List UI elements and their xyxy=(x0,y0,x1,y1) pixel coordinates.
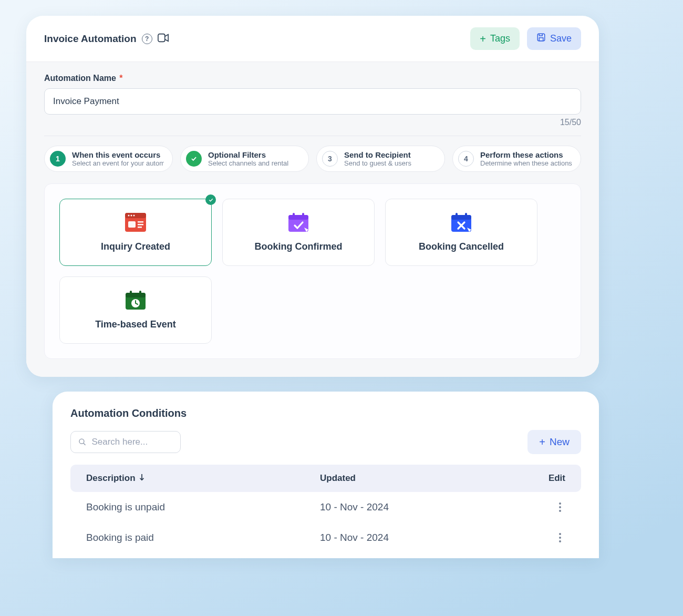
automation-conditions-card: Automation Conditions + New Description … xyxy=(53,392,599,558)
col-edit: Edit xyxy=(534,473,565,484)
search-icon xyxy=(78,437,86,447)
search-input[interactable] xyxy=(91,437,173,447)
row-menu-icon[interactable] xyxy=(555,533,565,542)
calendar-x-icon xyxy=(451,213,472,232)
svg-rect-9 xyxy=(138,221,143,223)
conditions-title: Automation Conditions xyxy=(70,407,581,419)
step-event[interactable]: 1 When this event occurs Select an event… xyxy=(44,146,173,172)
step-subtitle: Select an event for your automatic xyxy=(72,159,164,167)
step-subtitle: Determine when these actions will fi xyxy=(480,159,572,167)
step-filters[interactable]: Optional Filters Select channels and ren… xyxy=(180,146,309,172)
plus-icon: + xyxy=(480,34,486,44)
row-menu-icon[interactable] xyxy=(555,502,565,512)
svg-rect-0 xyxy=(158,34,165,42)
conditions-table-header: Description Updated Edit xyxy=(70,465,581,492)
step-title: Perform these actions xyxy=(480,150,572,159)
events-panel: Inquiry Created Booking Confirmed Bookin… xyxy=(44,183,581,359)
svg-rect-2 xyxy=(539,38,543,41)
topbar-actions: + Tags Save xyxy=(470,27,581,50)
col-description[interactable]: Description xyxy=(86,473,320,484)
calendar-clock-icon xyxy=(125,291,146,310)
svg-rect-24 xyxy=(130,291,132,295)
table-row: Booking is paid 10 - Nov - 2024 xyxy=(70,522,581,553)
page-title: Invoice Automation xyxy=(44,33,137,45)
svg-rect-18 xyxy=(451,215,471,220)
new-condition-button[interactable]: + New xyxy=(527,430,581,454)
svg-rect-23 xyxy=(126,293,146,297)
step-subtitle: Select channels and rental xyxy=(208,159,288,167)
svg-rect-13 xyxy=(288,215,308,220)
step-subtitle: Send to guest & users xyxy=(344,159,411,167)
step-check-icon xyxy=(186,151,202,167)
row-updated: 10 - Nov - 2024 xyxy=(320,501,534,513)
automation-editor-card: Invoice Automation ? + Tags Save Automat… xyxy=(26,16,599,377)
events-grid: Inquiry Created Booking Confirmed Bookin… xyxy=(59,199,566,344)
svg-rect-14 xyxy=(293,213,295,217)
tags-button[interactable]: + Tags xyxy=(470,27,520,50)
svg-point-27 xyxy=(79,439,84,444)
save-icon xyxy=(536,33,546,45)
wizard-steps: 1 When this event occurs Select an event… xyxy=(44,136,581,172)
save-button[interactable]: Save xyxy=(527,27,581,50)
calendar-check-icon xyxy=(288,213,309,232)
topbar: Invoice Automation ? + Tags Save xyxy=(26,16,599,61)
automation-name-input[interactable] xyxy=(44,88,581,115)
step-number: 3 xyxy=(322,151,338,167)
event-booking-cancelled[interactable]: Booking Cancelled xyxy=(385,199,537,266)
step-recipient[interactable]: 3 Send to Recipient Send to guest & user… xyxy=(316,146,445,172)
step-number: 1 xyxy=(50,151,66,167)
row-description: Booking is paid xyxy=(86,532,320,543)
browser-icon xyxy=(125,213,146,232)
tags-label: Tags xyxy=(490,33,510,44)
event-booking-confirmed[interactable]: Booking Confirmed xyxy=(222,199,375,266)
svg-rect-8 xyxy=(128,221,136,228)
selected-check-icon xyxy=(205,194,216,205)
table-row: Booking is unpaid 10 - Nov - 2024 xyxy=(70,492,581,522)
svg-rect-20 xyxy=(465,213,467,217)
save-label: Save xyxy=(550,33,572,44)
conditions-toolbar: + New xyxy=(70,430,581,454)
svg-point-7 xyxy=(133,214,135,216)
name-label: Automation Name * xyxy=(44,74,581,83)
svg-rect-25 xyxy=(139,291,141,295)
event-label: Time-based Event xyxy=(95,319,176,330)
event-label: Booking Confirmed xyxy=(255,241,343,252)
plus-icon: + xyxy=(539,437,545,447)
required-mark: * xyxy=(119,74,122,83)
search-box[interactable] xyxy=(70,431,181,453)
svg-rect-11 xyxy=(138,227,142,228)
new-label: New xyxy=(550,436,570,448)
video-icon[interactable] xyxy=(158,33,169,45)
step-title: When this event occurs xyxy=(72,150,164,159)
col-updated[interactable]: Updated xyxy=(320,473,534,484)
topbar-left: Invoice Automation ? xyxy=(44,33,169,45)
step-title: Optional Filters xyxy=(208,150,288,159)
event-time-based[interactable]: Time-based Event xyxy=(59,276,212,344)
sort-desc-icon xyxy=(139,473,145,484)
svg-point-6 xyxy=(131,214,132,216)
svg-rect-15 xyxy=(302,213,304,217)
event-label: Booking Cancelled xyxy=(419,241,504,252)
event-inquiry-created[interactable]: Inquiry Created xyxy=(59,199,212,266)
svg-point-5 xyxy=(128,214,130,216)
svg-rect-19 xyxy=(456,213,458,217)
svg-rect-10 xyxy=(138,224,143,225)
row-updated: 10 - Nov - 2024 xyxy=(320,532,534,543)
help-icon[interactable]: ? xyxy=(142,34,152,44)
row-description: Booking is unpaid xyxy=(86,501,320,513)
step-actions[interactable]: 4 Perform these actions Determine when t… xyxy=(452,146,581,172)
form-area: Automation Name * 15/50 1 When this even… xyxy=(26,61,599,377)
step-number: 4 xyxy=(458,151,474,167)
event-label: Inquiry Created xyxy=(101,241,170,252)
step-title: Send to Recipient xyxy=(344,150,411,159)
char-counter: 15/50 xyxy=(44,118,581,127)
